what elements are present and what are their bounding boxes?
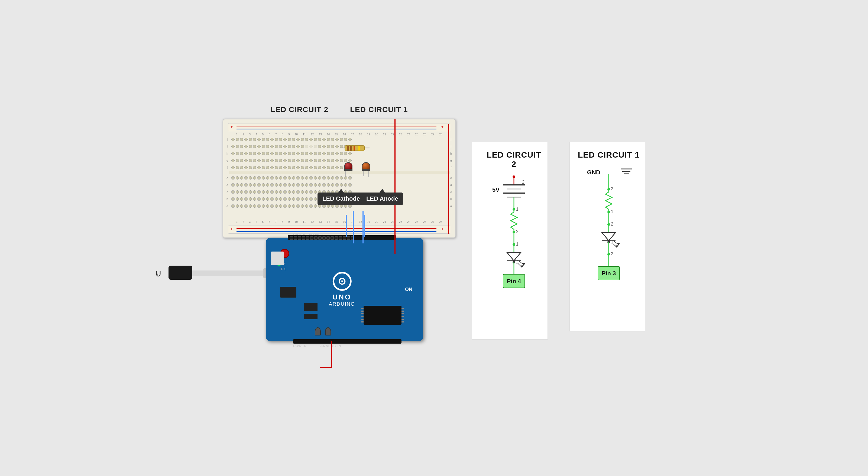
col-nums-top: 1234567891011121314151617181920212223242… [234,133,445,136]
svg-text:2: 2 [611,252,613,256]
arduino-board: DIGITAL (PWM~) [266,238,423,341]
row-g: g g [223,157,455,164]
svg-text:Pin 3: Pin 3 [602,270,616,277]
rail-red-bottom [237,228,436,229]
svg-point-5 [513,176,515,178]
circuit2-label-above: LED CIRCUIT 2 [270,105,328,114]
circuit-diagram-1: LED CIRCUIT 1 GND 2 1 [569,142,645,331]
capacitors [315,327,331,336]
top-power-rail: + + [228,123,450,131]
row-j: j [223,136,455,143]
arduino-uno-text: UNO [333,293,351,302]
circuit1-svg: GND 2 1 2 [579,165,639,322]
arduino-brand-text: ARDUINO [329,302,355,307]
breadboard-wrapper: LED CIRCUIT 2 LED CIRCUIT 1 + + 12345678… [223,119,456,238]
row-e: e e [223,174,455,181]
rx-label: RX [281,267,286,271]
arduino-circle-logo: ⊙ [333,272,351,291]
led-anode-callout: LED Anode [362,192,403,205]
circuit2-svg: 5V 2 1 2 1 [487,174,541,331]
circuit-diagram-2: LED CIRCUIT 2 5V 2 [472,142,548,340]
rail-blue-top [237,129,436,129]
wire-red-arduino-to-bb [395,119,396,254]
power-section-label: POWER [293,344,306,348]
circuit2-diagram-title: LED CIRCUIT 2 [486,150,542,169]
wire-red-bottom [331,341,332,368]
svg-marker-17 [507,253,521,261]
svg-text:2: 2 [522,180,525,184]
arduino-logo-group: ⊙ UNO ARDUINO [329,272,355,307]
wire-blue-pin3 [364,215,365,237]
svg-marker-21 [520,265,524,267]
svg-text:1: 1 [516,242,519,246]
ic-chip [364,306,402,325]
svg-marker-45 [615,245,619,248]
circuit1-label-above: LED CIRCUIT 1 [350,105,408,114]
arduino-logo-symbol: ⊙ [338,276,346,287]
digital-pins [290,236,394,240]
circuit-labels-above: LED CIRCUIT 2 LED CIRCUIT 1 [223,105,456,114]
row-i: i [223,143,455,150]
rail-blue-bottom [237,231,436,232]
svg-text:2: 2 [611,187,613,191]
led-circuit2 [344,162,353,179]
usb-cable-section: ⊌ [190,271,266,276]
usb-cable-body [190,271,266,276]
svg-marker-41 [602,232,616,241]
usb-icon: ⊌ [155,268,162,279]
svg-text:5V: 5V [492,186,500,193]
wire-blue-pin4 [346,215,347,237]
resistor [340,144,370,152]
svg-text:GND: GND [587,169,600,176]
svg-text:2: 2 [516,229,519,234]
svg-text:1: 1 [611,240,613,244]
wire-red-vertical [448,124,449,234]
small-component [280,287,297,297]
right-section: LED CIRCUIT 2 5V 2 [472,136,645,340]
circuit1-diagram-title: LED CIRCUIT 1 [578,150,640,159]
led-cathode-callout: LED Cathode [317,192,365,205]
svg-text:1: 1 [611,209,613,214]
analog-pin-header [293,339,402,344]
arduino-section: ⊌ DIGITAL (PWM~) [266,238,423,341]
bottom-power-rail: + + [228,226,450,234]
svg-text:Pin 4: Pin 4 [507,278,521,285]
led-circuit1 [362,162,371,179]
svg-text:2: 2 [611,222,613,226]
row-f: f f [223,164,455,171]
left-section: LED CIRCUIT 2 LED CIRCUIT 1 + + 12345678… [223,119,456,341]
wire-blue-pin4-arduino [353,211,354,244]
wire-blue-pin3-arduino [363,211,364,244]
analog-pin-label: ANALOG IN [320,344,341,348]
col-nums-bottom: 1234567891011121314151617181920212223242… [234,220,445,223]
svg-text:1: 1 [516,207,519,212]
svg-text:2: 2 [516,260,519,264]
row-d: d d [223,182,455,188]
main-layout: LED CIRCUIT 2 LED CIRCUIT 1 + + 12345678… [0,0,868,476]
small-chip-2 [304,314,317,319]
row-h: h h [223,150,455,157]
rail-red-top [237,126,436,126]
usb-b-port [271,252,284,265]
small-chip-1 [304,303,317,311]
on-label: ON [405,287,412,292]
usb-a-plug: ⊌ [168,265,192,280]
bb-middle-gap [229,171,450,174]
wire-red-bottom-h [320,367,332,368]
breadboard: + + 123456789101112131415161718192021222… [223,119,456,238]
